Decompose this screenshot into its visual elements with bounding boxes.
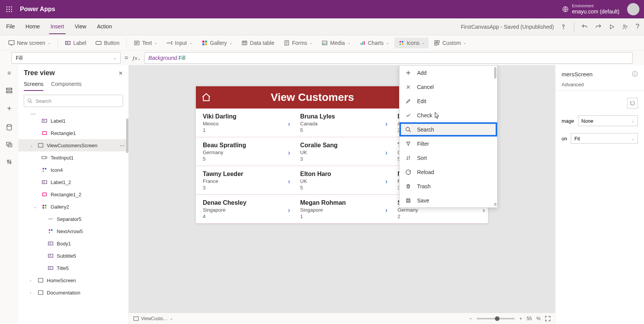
- tree-item[interactable]: Title5: [18, 262, 128, 274]
- charts-dropdown[interactable]: Charts⌄: [356, 38, 393, 48]
- icons-menu-item-add[interactable]: Add: [399, 66, 497, 80]
- label-button[interactable]: Label: [61, 38, 90, 48]
- tree-item[interactable]: ›Documentation: [18, 286, 128, 299]
- rail-media-icon[interactable]: [6, 141, 13, 148]
- tree-item[interactable]: Rectangle1: [18, 127, 128, 139]
- environment-picker[interactable]: Environment enayu.com (default): [562, 4, 619, 15]
- data-table-dropdown[interactable]: Data table: [238, 38, 278, 48]
- menu-home[interactable]: Home: [24, 20, 41, 34]
- fit-to-screen-icon[interactable]: [545, 316, 550, 321]
- chevron-right-icon[interactable]: ›: [385, 206, 388, 214]
- canvas-title: View Customers: [201, 91, 424, 104]
- svg-point-39: [10, 162, 11, 163]
- chevron-right-icon[interactable]: ›: [385, 120, 388, 128]
- gallery-item[interactable]: Denae ChesleySingapore4›: [196, 195, 293, 223]
- icons-menu-item-edit[interactable]: Edit: [399, 94, 497, 108]
- scrollbar-down-icon[interactable]: [494, 203, 496, 206]
- tree-search-input[interactable]: Search: [24, 95, 123, 107]
- input-dropdown[interactable]: Input⌄: [163, 38, 196, 48]
- avatar[interactable]: [627, 3, 639, 15]
- icons-menu-item-filter[interactable]: Filter: [399, 137, 497, 151]
- formula-input[interactable]: Background.Fill: [144, 52, 632, 64]
- more-icon[interactable]: ⋯: [120, 143, 125, 148]
- scrollbar-thumb[interactable]: [494, 67, 496, 79]
- tree-item[interactable]: NextArrow5: [18, 225, 128, 237]
- icons-menu-item-search[interactable]: Search: [399, 122, 497, 137]
- chevron-right-icon[interactable]: ›: [288, 206, 290, 214]
- gallery-item[interactable]: Beau SpratlingGermany5›: [196, 137, 293, 166]
- tab-components[interactable]: Components: [51, 81, 81, 91]
- property-dropdown[interactable]: Fill ⌄: [12, 52, 121, 64]
- icons-menu-item-sort[interactable]: Sort: [399, 151, 497, 165]
- rail-hamburger-icon[interactable]: ≡: [7, 70, 11, 77]
- gallery-item[interactable]: Viki DarlingMexico1›: [196, 109, 293, 137]
- tree-item[interactable]: Subtitle5: [18, 250, 128, 262]
- icons-menu-item-trash[interactable]: Trash: [399, 179, 497, 193]
- rail-data-icon[interactable]: [6, 124, 12, 131]
- revert-icon[interactable]: [627, 98, 638, 109]
- tree-item[interactable]: Body1: [18, 237, 128, 250]
- menu-item-label: Check: [417, 112, 432, 118]
- menu-view[interactable]: View: [73, 20, 88, 34]
- prop-image-select[interactable]: None⌄: [578, 115, 638, 126]
- redo-icon[interactable]: [595, 23, 602, 30]
- menu-action[interactable]: Action: [95, 20, 113, 34]
- icons-dropdown-button[interactable]: Icons⌄: [394, 38, 429, 48]
- tree-item[interactable]: ›HomeScreen: [18, 274, 128, 286]
- chevron-right-icon[interactable]: ›: [385, 178, 388, 186]
- icons-menu-item-cancel[interactable]: Cancel: [399, 80, 497, 94]
- tree-item[interactable]: Label1_2: [18, 176, 128, 188]
- tree-item[interactable]: ⌄ViewCustomersScreen⋯: [18, 139, 128, 151]
- prop-position-select[interactable]: Fit⌄: [571, 133, 638, 144]
- zoom-out-icon[interactable]: −: [469, 316, 472, 321]
- tab-advanced[interactable]: Advanced: [562, 82, 584, 90]
- gallery-dropdown[interactable]: Gallery⌄: [198, 38, 236, 48]
- custom-dropdown[interactable]: Custom⌄: [430, 38, 470, 48]
- rail-tree-icon[interactable]: [6, 87, 13, 94]
- scrollbar-thumb[interactable]: [126, 118, 128, 153]
- icons-menu-item-check[interactable]: Check: [399, 108, 497, 122]
- info-icon[interactable]: ⓘ: [632, 71, 638, 78]
- chevron-right-icon[interactable]: ›: [288, 120, 290, 128]
- icons-menu-item-save[interactable]: Save: [399, 193, 497, 207]
- help-icon[interactable]: ?: [636, 23, 639, 31]
- chevron-right-icon[interactable]: ›: [288, 149, 290, 157]
- tree-item[interactable]: TextInput1: [18, 151, 128, 164]
- menu-file[interactable]: File: [5, 20, 16, 34]
- tree-item[interactable]: Separator5: [18, 213, 128, 225]
- zoom-slider[interactable]: [476, 318, 515, 319]
- tree-item[interactable]: ⌄Gallery2: [18, 201, 128, 213]
- share-icon[interactable]: [622, 23, 629, 30]
- forms-dropdown[interactable]: Forms⌄: [280, 38, 317, 48]
- menu-item-label: Save: [417, 197, 429, 204]
- media-dropdown[interactable]: Media⌄: [318, 38, 354, 48]
- new-screen-button[interactable]: New screen⌄: [5, 38, 54, 48]
- text-dropdown[interactable]: Text⌄: [130, 38, 161, 48]
- zoom-in-icon[interactable]: +: [519, 316, 522, 321]
- close-icon[interactable]: ✕: [118, 70, 123, 76]
- rail-add-icon[interactable]: +: [7, 104, 12, 113]
- chevron-right-icon[interactable]: ›: [385, 149, 388, 157]
- gallery-item[interactable]: Tawny LeederFrance3›: [196, 166, 293, 194]
- menu-insert[interactable]: Insert: [49, 20, 66, 34]
- menu-item-label: Search: [417, 127, 434, 133]
- app-checker-icon[interactable]: [560, 23, 567, 30]
- datatable-icon: [242, 40, 248, 46]
- tab-screens[interactable]: Screens: [24, 81, 43, 91]
- gallery-item[interactable]: Bruna LylesCanada5›: [293, 109, 391, 137]
- app-launcher-icon[interactable]: [3, 3, 15, 15]
- breadcrumb[interactable]: ViewCusto… ⌄: [133, 316, 173, 321]
- rail-settings-icon[interactable]: [6, 158, 12, 165]
- gallery-item[interactable]: Coralie SangUK3›: [293, 137, 391, 166]
- button-button[interactable]: Button: [92, 38, 123, 48]
- tree-item[interactable]: Rectangle1_2: [18, 188, 128, 201]
- tree-item-icon: [41, 167, 48, 173]
- fx-label[interactable]: ƒx⌄: [132, 55, 140, 61]
- icons-menu-item-reload[interactable]: Reload: [399, 165, 497, 179]
- chevron-right-icon[interactable]: ›: [288, 178, 290, 186]
- gallery-item[interactable]: Megan RohmanSingapore1›: [293, 195, 391, 223]
- tree-item[interactable]: Icon4: [18, 164, 128, 176]
- play-icon[interactable]: [609, 24, 615, 30]
- undo-icon[interactable]: [581, 23, 588, 30]
- gallery-item[interactable]: Elton HaroUK5›: [293, 166, 391, 194]
